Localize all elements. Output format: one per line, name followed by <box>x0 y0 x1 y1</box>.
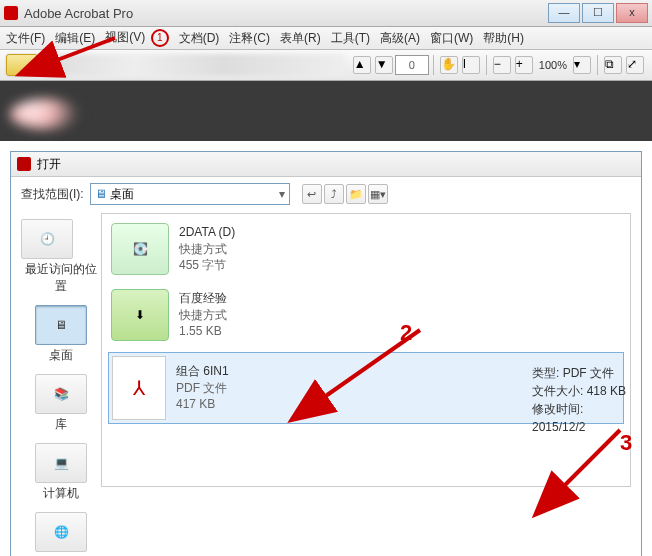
look-in-value: 桌面 <box>110 186 134 203</box>
drive-icon: 💽 <box>111 223 169 275</box>
menu-tool[interactable]: 工具(T) <box>331 30 370 47</box>
folder-icon: ⬇ <box>111 289 169 341</box>
sidebar-item-libraries[interactable]: 📚库 <box>35 374 87 433</box>
menu-comment[interactable]: 注释(C) <box>229 30 270 47</box>
zoom-dropdown-icon[interactable]: ▾ <box>573 56 591 74</box>
pdf-file-icon: ⅄ <box>112 356 166 420</box>
toolbar-blurred-region <box>44 54 345 76</box>
menu-view-wrap: 视图(V) 1 <box>105 29 168 47</box>
misc-tool-icon[interactable]: ⧉ <box>604 56 622 74</box>
dialog-title: 打开 <box>37 156 61 173</box>
sidebar-item-computer[interactable]: 💻计算机 <box>35 443 87 502</box>
minimize-button[interactable]: — <box>548 3 580 23</box>
annotation-circle-1: 1 <box>151 29 169 47</box>
zoom-level[interactable]: 100% <box>539 59 567 71</box>
separator <box>433 55 434 75</box>
pdf-icon <box>17 157 31 171</box>
misc-tool-icon[interactable]: ⤢ <box>626 56 644 74</box>
file-item-folder[interactable]: ⬇ 百度经验 快捷方式 1.55 KB <box>108 286 624 344</box>
file-meta: 快捷方式 <box>179 241 235 258</box>
file-name: 组合 6IN1 <box>176 363 229 380</box>
places-sidebar: 🕘最近访问的位置 🖥桌面 📚库 💻计算机 🌐网络 <box>21 213 101 556</box>
menu-help[interactable]: 帮助(H) <box>483 30 524 47</box>
separator <box>486 55 487 75</box>
smudge <box>10 99 80 129</box>
hand-tool-icon[interactable]: ✋ <box>440 56 458 74</box>
menu-edit[interactable]: 编辑(E) <box>55 30 95 47</box>
nav-up-icon[interactable]: ▲ <box>353 56 371 74</box>
menu-form[interactable]: 表单(R) <box>280 30 321 47</box>
dialog-titlebar: 打开 <box>11 152 641 177</box>
menu-view[interactable]: 视图(V) <box>105 30 145 44</box>
titlebar: Adobe Acrobat Pro — ☐ x <box>0 0 652 27</box>
look-in-combo[interactable]: 🖥 桌面 ▾ <box>90 183 290 205</box>
sidebar-item-label: 库 <box>55 417 67 431</box>
file-info-panel: 类型: PDF 文件 文件大小: 418 KB 修改时间: 2015/12/2 <box>532 364 630 436</box>
sidebar-item-network[interactable]: 🌐网络 <box>35 512 87 556</box>
menu-window[interactable]: 窗口(W) <box>430 30 473 47</box>
zoom-in-icon[interactable]: + <box>515 56 533 74</box>
file-meta: PDF 文件 <box>176 380 229 397</box>
menu-file[interactable]: 文件(F) <box>6 30 45 47</box>
chevron-down-icon: ▾ <box>279 187 285 201</box>
file-list[interactable]: 💽 2DATA (D) 快捷方式 455 字节 ⬇ 百度经验 快捷方式 1.55… <box>101 213 631 487</box>
sidebar-item-label: 桌面 <box>49 348 73 362</box>
open-dialog: 打开 查找范围(I): 🖥 桌面 ▾ ↩ ⤴ 📁 ▦▾ 🕘最近 <box>10 151 642 556</box>
open-file-button[interactable] <box>6 54 38 76</box>
sidebar-item-label: 计算机 <box>43 486 79 500</box>
app-title: Adobe Acrobat Pro <box>24 6 133 21</box>
select-tool-icon[interactable]: I <box>462 56 480 74</box>
libraries-icon: 📚 <box>54 387 69 401</box>
view-menu-button[interactable]: ▦▾ <box>368 184 388 204</box>
sidebar-item-desktop[interactable]: 🖥桌面 <box>35 305 87 364</box>
monitor-icon: 🖥 <box>95 187 107 201</box>
menubar: 文件(F) 编辑(E) 视图(V) 1 文档(D) 注释(C) 表单(R) 工具… <box>0 27 652 50</box>
sidebar-item-recent[interactable]: 🕘最近访问的位置 <box>21 219 101 295</box>
new-folder-button[interactable]: 📁 <box>346 184 366 204</box>
monitor-icon: 🖥 <box>55 318 67 332</box>
nav-down-icon[interactable]: ▼ <box>375 56 393 74</box>
recent-icon: 🕘 <box>40 232 55 246</box>
network-icon: 🌐 <box>54 525 69 539</box>
file-name: 百度经验 <box>179 290 227 307</box>
page-number-input[interactable]: 0 <box>395 55 429 75</box>
back-button[interactable]: ↩ <box>302 184 322 204</box>
document-stage <box>0 81 652 141</box>
file-meta: 417 KB <box>176 396 229 413</box>
file-meta: 快捷方式 <box>179 307 227 324</box>
look-in-label: 查找范围(I): <box>21 186 84 203</box>
file-meta: 1.55 KB <box>179 323 227 340</box>
close-button[interactable]: x <box>616 3 648 23</box>
file-name: 2DATA (D) <box>179 224 235 241</box>
app-icon <box>4 6 18 20</box>
up-folder-button[interactable]: ⤴ <box>324 184 344 204</box>
menu-doc[interactable]: 文档(D) <box>179 30 220 47</box>
file-item-drive[interactable]: 💽 2DATA (D) 快捷方式 455 字节 <box>108 220 624 278</box>
toolbar: ▲ ▼ 0 ✋ I − + 100% ▾ ⧉ ⤢ <box>0 50 652 81</box>
maximize-button[interactable]: ☐ <box>582 3 614 23</box>
zoom-out-icon[interactable]: − <box>493 56 511 74</box>
file-meta: 455 字节 <box>179 257 235 274</box>
menu-adv[interactable]: 高级(A) <box>380 30 420 47</box>
separator <box>597 55 598 75</box>
computer-icon: 💻 <box>54 456 69 470</box>
sidebar-item-label: 最近访问的位置 <box>25 262 97 293</box>
